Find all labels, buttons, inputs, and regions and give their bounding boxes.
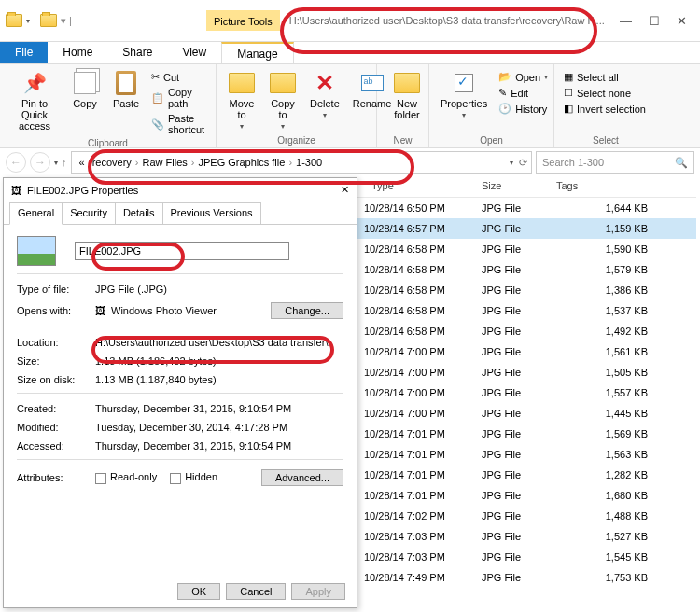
cell-date: 10/28/14 6:50 PM xyxy=(357,202,474,214)
table-row[interactable]: 10/28/14 7:02 PMJPG File1,488 KB xyxy=(357,506,696,526)
breadcrumb-rawfiles[interactable]: Raw Files xyxy=(138,157,190,168)
table-row[interactable]: 10/28/14 7:00 PMJPG File1,445 KB xyxy=(357,403,696,424)
table-row[interactable]: 10/28/14 6:58 PMJPG File1,579 KB xyxy=(357,259,696,280)
table-row[interactable]: 10/28/14 7:49 PMJPG File1,753 KB xyxy=(357,567,696,588)
delete-button[interactable]: ✕ Delete▾ xyxy=(306,68,343,121)
col-date[interactable] xyxy=(357,180,364,197)
breadcrumb-recovery[interactable]: recovery xyxy=(89,157,135,168)
created-value: Thursday, December 31, 2015, 9:10:54 PM xyxy=(95,403,343,414)
table-row[interactable]: 10/28/14 7:01 PMJPG File1,680 KB xyxy=(357,485,696,506)
col-tags[interactable]: Tags xyxy=(549,180,586,197)
close-button[interactable]: ✕ xyxy=(677,14,687,28)
table-row[interactable]: 10/28/14 6:58 PMJPG File1,537 KB xyxy=(357,300,696,321)
cell-type: JPG File xyxy=(474,285,584,296)
tab-share[interactable]: Share xyxy=(107,42,167,63)
copy-button[interactable]: Copy xyxy=(67,68,103,111)
cell-date: 10/28/14 7:01 PM xyxy=(357,449,474,460)
maximize-button[interactable]: ☐ xyxy=(649,14,660,28)
dialog-close-button[interactable]: ✕ xyxy=(341,184,349,196)
qat-dropdown-icon[interactable]: ▾ xyxy=(26,17,30,25)
nav-forward-button[interactable]: → xyxy=(30,152,50,173)
edit-button[interactable]: ✎Edit xyxy=(497,86,550,100)
opens-with-value: Windows Photo Viewer xyxy=(111,305,217,316)
prop-tab-security[interactable]: Security xyxy=(62,202,116,224)
prop-tab-general[interactable]: General xyxy=(9,202,63,225)
tab-view[interactable]: View xyxy=(167,42,221,63)
tab-file[interactable]: File xyxy=(0,42,48,63)
cell-type: JPG File xyxy=(474,490,584,501)
cell-date: 10/28/14 7:01 PM xyxy=(357,428,474,439)
breadcrumb-jpeg[interactable]: JPEG Graphics file xyxy=(194,157,288,168)
table-row[interactable]: 10/28/14 7:01 PMJPG File1,569 KB xyxy=(357,424,696,444)
table-row[interactable]: 10/28/14 7:01 PMJPG File1,282 KB xyxy=(357,465,696,485)
table-row[interactable]: 10/28/14 7:00 PMJPG File1,561 KB xyxy=(357,341,696,362)
properties-button[interactable]: Properties▾ xyxy=(437,68,491,121)
nav-back-button[interactable]: ← xyxy=(6,152,26,173)
select-all-button[interactable]: ▦Select all xyxy=(562,70,648,84)
search-input[interactable]: Search 1-300 🔍 xyxy=(536,151,694,174)
breadcrumb-prefix[interactable]: « xyxy=(76,157,89,168)
nav-recent-button[interactable]: ▾ xyxy=(54,159,58,167)
cell-size: 1,537 KB xyxy=(584,305,659,316)
history-button[interactable]: 🕑History xyxy=(497,102,550,116)
cell-type: JPG File xyxy=(474,572,584,583)
new-folder-button[interactable]: New folder xyxy=(385,68,429,122)
table-row[interactable]: 10/28/14 6:50 PMJPG File1,644 KB xyxy=(357,198,696,218)
address-bar[interactable]: « recovery› Raw Files› JPEG Graphics fil… xyxy=(71,151,533,174)
readonly-checkbox[interactable]: Read-only xyxy=(95,471,157,483)
prop-tab-previous-versions[interactable]: Previous Versions xyxy=(162,202,261,224)
cell-date: 10/28/14 6:58 PM xyxy=(357,285,474,296)
apply-button[interactable]: Apply xyxy=(291,583,345,600)
refresh-button[interactable]: ⟳ xyxy=(519,157,527,169)
nav-up-button[interactable]: ↑ xyxy=(62,157,67,168)
cell-date: 10/28/14 6:58 PM xyxy=(357,326,474,337)
pin-label: Pin to Quick access xyxy=(11,98,58,132)
table-row[interactable]: 10/28/14 7:00 PMJPG File1,505 KB xyxy=(357,362,696,382)
open-button[interactable]: 📂Open ▾ xyxy=(497,70,550,84)
select-none-button[interactable]: ☐Select none xyxy=(562,86,648,100)
table-row[interactable]: 10/28/14 6:58 PMJPG File1,386 KB xyxy=(357,280,696,300)
breadcrumb-1-300[interactable]: 1-300 xyxy=(292,157,326,168)
cell-size: 1,644 KB xyxy=(584,202,659,214)
cut-button[interactable]: ✂Cut xyxy=(149,70,208,84)
cell-date: 10/28/14 7:00 PM xyxy=(357,387,474,398)
paste-button[interactable]: Paste xyxy=(108,68,144,111)
table-row[interactable]: 10/28/14 7:01 PMJPG File1,563 KB xyxy=(357,444,696,465)
paste-shortcut-button[interactable]: 📎Paste shortcut xyxy=(149,112,208,136)
context-tab-picture-tools[interactable]: Picture Tools xyxy=(206,10,280,31)
copy-to-button[interactable]: Copy to▾ xyxy=(265,68,301,132)
address-dropdown-icon[interactable]: ▾ xyxy=(510,159,513,167)
minimize-button[interactable]: — xyxy=(620,14,632,28)
tab-manage[interactable]: Manage xyxy=(221,42,293,63)
pin-to-quick-access-button[interactable]: 📌 Pin to Quick access xyxy=(7,68,62,133)
ok-button[interactable]: OK xyxy=(177,583,220,600)
accessed-value: Thursday, December 31, 2015, 9:10:54 PM xyxy=(95,440,343,452)
tab-home[interactable]: Home xyxy=(48,42,107,63)
filename-input[interactable] xyxy=(75,242,289,260)
hidden-checkbox[interactable]: Hidden xyxy=(170,471,217,483)
table-row[interactable]: 10/28/14 7:00 PMJPG File1,557 KB xyxy=(357,382,696,403)
table-row[interactable]: 10/28/14 7:03 PMJPG File1,527 KB xyxy=(357,526,696,547)
table-row[interactable]: 10/28/14 6:57 PMJPG File1,159 KB xyxy=(357,218,696,239)
change-button[interactable]: Change... xyxy=(271,302,343,319)
cancel-button[interactable]: Cancel xyxy=(226,583,286,600)
table-row[interactable]: 10/28/14 6:58 PMJPG File1,492 KB xyxy=(357,321,696,341)
col-type[interactable]: Type xyxy=(364,180,474,197)
cell-type: JPG File xyxy=(474,367,584,378)
cell-size: 1,563 KB xyxy=(584,449,659,460)
folder-icon[interactable] xyxy=(6,14,22,27)
size-label: Size: xyxy=(17,355,95,367)
prop-tab-details[interactable]: Details xyxy=(115,202,163,224)
advanced-button[interactable]: Advanced... xyxy=(261,469,343,486)
col-size[interactable]: Size xyxy=(474,180,549,197)
cell-type: JPG File xyxy=(474,264,584,275)
file-list[interactable]: Type Size Tags 10/28/14 6:50 PMJPG File1… xyxy=(357,177,696,608)
copy-path-button[interactable]: 📋Copy path xyxy=(149,86,208,110)
move-to-button[interactable]: Move to▾ xyxy=(224,68,259,132)
table-row[interactable]: 10/28/14 6:58 PMJPG File1,590 KB xyxy=(357,239,696,259)
group-new-label: New xyxy=(385,133,421,146)
properties-dialog: 🖼 FILE002.JPG Properties ✕ General Secur… xyxy=(3,177,357,608)
invert-selection-button[interactable]: ◧Invert selection xyxy=(562,102,648,116)
folder-icon[interactable] xyxy=(40,14,57,27)
table-row[interactable]: 10/28/14 7:03 PMJPG File1,545 KB xyxy=(357,547,696,567)
